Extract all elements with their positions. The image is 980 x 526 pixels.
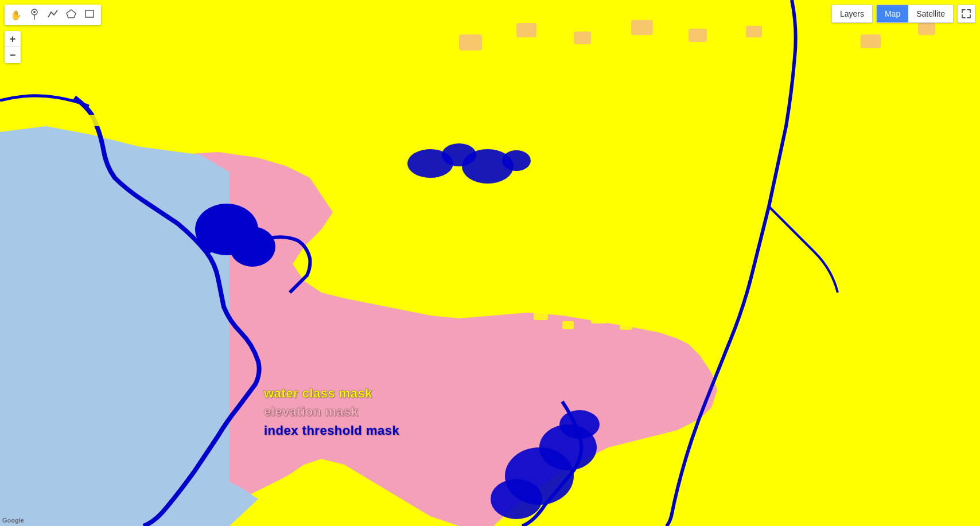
svg-rect-40 <box>470 304 483 313</box>
map-container: ✋ <box>0 0 980 526</box>
pan-tool-button[interactable]: ✋ <box>8 7 24 23</box>
svg-rect-19 <box>161 34 171 42</box>
svg-point-9 <box>230 227 275 267</box>
google-logo: Google <box>2 517 24 524</box>
svg-rect-42 <box>534 310 548 320</box>
marker-icon <box>30 8 39 22</box>
svg-rect-43 <box>562 321 574 329</box>
map-type-satellite-button[interactable]: Satellite <box>908 5 953 22</box>
zoom-in-button[interactable]: + <box>5 31 21 47</box>
svg-point-55 <box>33 11 36 13</box>
svg-rect-50 <box>689 29 707 42</box>
svg-rect-51 <box>746 26 762 37</box>
svg-rect-27 <box>189 120 200 127</box>
fullscreen-icon <box>962 9 971 18</box>
marker-tool-button[interactable] <box>26 7 42 23</box>
zoom-out-button[interactable]: − <box>5 47 21 63</box>
polygon-tool-button[interactable] <box>63 7 79 23</box>
svg-rect-35 <box>545 241 558 250</box>
svg-rect-44 <box>591 313 607 324</box>
svg-rect-49 <box>631 20 653 35</box>
svg-rect-23 <box>344 29 355 36</box>
svg-rect-46 <box>459 34 482 50</box>
svg-rect-47 <box>516 23 536 37</box>
svg-rect-33 <box>488 235 499 244</box>
legend-index-threshold-mask: index threshold mask <box>264 422 399 440</box>
svg-point-17 <box>491 479 542 519</box>
legend-labels: water class mask elevation mask index th… <box>264 385 399 440</box>
svg-rect-31 <box>430 229 448 242</box>
svg-rect-48 <box>574 32 591 44</box>
svg-rect-34 <box>516 252 532 264</box>
svg-rect-39 <box>436 293 453 304</box>
svg-rect-30 <box>402 241 414 250</box>
svg-rect-38 <box>402 298 413 306</box>
map-type-map-button[interactable]: Map <box>877 5 908 22</box>
svg-rect-41 <box>505 298 515 306</box>
svg-rect-45 <box>620 321 632 330</box>
polygon-icon <box>66 9 76 21</box>
svg-rect-36 <box>574 258 584 266</box>
map-toolbar: ✋ <box>5 5 101 25</box>
svg-point-13 <box>502 150 531 171</box>
svg-rect-24 <box>86 115 103 126</box>
svg-rect-20 <box>201 23 213 32</box>
svg-rect-29 <box>373 218 389 229</box>
legend-water-class-mask: water class mask <box>264 385 399 403</box>
pan-icon: ✋ <box>10 10 22 21</box>
map-type-control: Map Satellite <box>876 5 954 23</box>
svg-rect-37 <box>373 287 387 297</box>
rectangle-icon <box>85 10 94 20</box>
svg-rect-28 <box>344 229 364 244</box>
svg-rect-18 <box>115 46 129 56</box>
rectangle-tool-button[interactable] <box>81 7 98 23</box>
svg-rect-25 <box>126 126 141 137</box>
svg-rect-22 <box>281 20 293 29</box>
polyline-icon <box>48 10 58 20</box>
svg-rect-52 <box>861 34 881 48</box>
top-right-controls: Layers Map Satellite <box>831 5 975 23</box>
svg-rect-58 <box>85 10 94 17</box>
map-canvas <box>0 0 980 526</box>
legend-elevation-mask: elevation mask <box>264 403 399 421</box>
layers-button[interactable]: Layers <box>831 5 873 23</box>
svg-rect-26 <box>161 109 172 118</box>
svg-rect-32 <box>459 247 473 257</box>
fullscreen-button[interactable] <box>957 5 975 23</box>
svg-marker-57 <box>67 10 76 18</box>
polyline-tool-button[interactable] <box>45 7 61 23</box>
svg-rect-53 <box>918 23 935 35</box>
svg-rect-21 <box>241 32 250 38</box>
zoom-controls: + − <box>5 31 21 63</box>
